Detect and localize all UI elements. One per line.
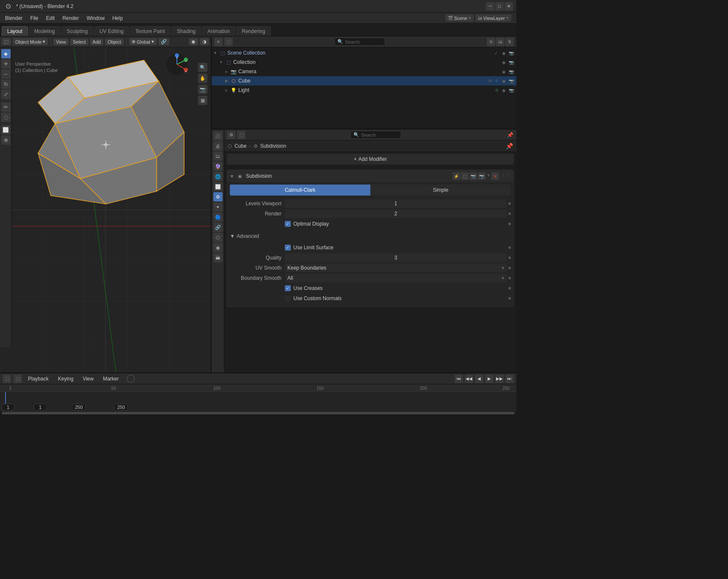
outliner-item-collection[interactable]: ▼ ⬚ Collection ◉ 📷 bbox=[212, 58, 516, 67]
mode-selector[interactable]: Object Mode ▾ bbox=[13, 38, 48, 45]
object-props-icon[interactable]: ⬜ bbox=[213, 182, 223, 191]
outliner-filter-more[interactable]: ↯ bbox=[505, 38, 514, 46]
modifier-realtime-btn[interactable]: ⬚ bbox=[461, 172, 469, 180]
step-back-button[interactable]: ◀ bbox=[475, 375, 483, 383]
use-creases-checkbox[interactable]: ✓ bbox=[285, 285, 291, 291]
jump-start-button[interactable]: ⏮ bbox=[455, 375, 463, 383]
simple-btn[interactable]: Simple bbox=[370, 185, 511, 196]
modifier-header[interactable]: ▼ ◉ Subdivision ⚡ ⬚ 📷 📷 ▾ ✕ bbox=[227, 170, 513, 182]
col-visibility-icon[interactable]: ◉ bbox=[500, 59, 507, 66]
play-button[interactable]: ▶ bbox=[485, 375, 494, 383]
particles-props-icon[interactable]: ✦ bbox=[213, 202, 223, 212]
current-frame-box[interactable]: 1 bbox=[2, 404, 14, 411]
viewport-visibility-icon[interactable]: ◉ bbox=[500, 50, 507, 56]
step-forward-button[interactable]: ▶▶ bbox=[495, 375, 504, 383]
object-menu[interactable]: Object bbox=[105, 39, 124, 45]
menu-render[interactable]: Render bbox=[59, 14, 82, 22]
extrude-button[interactable]: ⊕ bbox=[1, 135, 11, 145]
viewport-editor-type-btn[interactable]: ⬚ bbox=[2, 38, 11, 45]
measure-tool-button[interactable]: ◌ bbox=[1, 113, 11, 122]
maximize-button[interactable]: □ bbox=[495, 2, 504, 11]
modifier-pin-btn[interactable]: 📷 bbox=[478, 172, 485, 180]
output-props-icon[interactable]: 🖨 bbox=[213, 141, 223, 151]
data-props-icon[interactable]: ⬡ bbox=[213, 233, 223, 242]
render-field[interactable]: 2 bbox=[285, 210, 507, 218]
properties-search-bar[interactable]: 🔍 Search bbox=[350, 131, 401, 139]
zoom-in-button[interactable]: 🔍 bbox=[198, 63, 207, 72]
visibility-icon[interactable]: ✓ bbox=[493, 50, 499, 56]
outliner-search-bar[interactable]: 🔍 Search bbox=[334, 38, 385, 46]
menu-window[interactable]: Window bbox=[83, 14, 108, 22]
quad-view-button[interactable]: ▦ bbox=[198, 96, 207, 105]
outliner-filter-btn[interactable]: ⬚ bbox=[224, 38, 233, 46]
light-render-icon[interactable]: 📷 bbox=[508, 87, 515, 94]
outliner-item-light[interactable]: ▶ 💡 Light ⊙ ◉ 📷 bbox=[212, 85, 516, 95]
close-button[interactable]: ✕ bbox=[505, 2, 513, 11]
timeline-view-type[interactable]: ⬚ bbox=[14, 375, 22, 383]
view-menu[interactable]: View bbox=[79, 375, 97, 383]
snap-button[interactable]: 🔗 bbox=[158, 38, 169, 45]
pin-button[interactable]: 📌 bbox=[506, 131, 514, 139]
uv-smooth-dropdown[interactable]: Keep Boundaries ▾ bbox=[285, 264, 507, 272]
select-tool-button[interactable]: ◈ bbox=[1, 49, 11, 58]
props-editor-type[interactable]: ⚙ bbox=[227, 131, 235, 139]
frame-end-box[interactable]: 250 bbox=[72, 404, 85, 411]
tab-uv-editing[interactable]: UV Editing bbox=[94, 26, 129, 36]
overlay-toggle[interactable]: ◉ bbox=[189, 38, 198, 45]
modifier-render-btn[interactable]: 📷 bbox=[469, 172, 477, 180]
cube-visibility-icon[interactable]: ◉ bbox=[500, 77, 507, 84]
light-visibility-icon[interactable]: ◉ bbox=[500, 87, 507, 94]
frame-250-box[interactable]: 250 bbox=[114, 404, 128, 411]
modifier-show-icon[interactable]: ◉ bbox=[237, 174, 243, 179]
tab-layout[interactable]: Layout bbox=[2, 26, 28, 36]
modifier-props-icon[interactable]: ⚙ bbox=[213, 192, 223, 201]
tab-rendering[interactable]: Rendering bbox=[236, 26, 270, 36]
optimal-display-checkbox[interactable]: ✓ bbox=[285, 221, 291, 227]
navigation-gizmo[interactable]: Z Y X bbox=[164, 52, 190, 77]
cube-render-icon[interactable]: 📷 bbox=[508, 77, 515, 84]
outliner-item-scene-collection[interactable]: ▼ ⬚ Scene Collection ✓ ◉ 📷 bbox=[212, 48, 516, 58]
timeline-editor-type[interactable]: ⬚ bbox=[3, 375, 11, 383]
select-menu[interactable]: Select bbox=[70, 39, 88, 45]
pin-modifier-button[interactable]: 📌 bbox=[505, 142, 513, 150]
pan-button[interactable]: ✋ bbox=[198, 74, 207, 83]
tab-modeling[interactable]: Modeling bbox=[29, 26, 61, 36]
outliner-filter-restrict[interactable]: 🗂 bbox=[496, 38, 505, 46]
scene-selector[interactable]: 🎬 Scene ▾ bbox=[445, 14, 474, 22]
world-props-icon[interactable]: 🌐 bbox=[213, 172, 223, 181]
constraints-props-icon[interactable]: 🔗 bbox=[213, 223, 223, 232]
view-menu[interactable]: View bbox=[53, 39, 69, 45]
modifier-filter-btn[interactable]: ⚡ bbox=[452, 172, 460, 180]
tab-texture-paint[interactable]: Texture Paint bbox=[130, 26, 171, 36]
menu-edit[interactable]: Edit bbox=[43, 14, 58, 22]
scale-tool-button[interactable]: ⤢ bbox=[1, 90, 11, 99]
cam-visibility-icon[interactable]: ◉ bbox=[500, 68, 507, 75]
levels-viewport-field[interactable]: 1 bbox=[285, 199, 507, 208]
outliner-item-cube[interactable]: ▶ ⬡ Cube ⚙ ⊙ ◉ 📷 bbox=[212, 76, 516, 85]
window-controls[interactable]: ─ □ ✕ bbox=[486, 2, 513, 11]
outliner-editor-type[interactable]: ≡ bbox=[214, 38, 223, 46]
use-limit-surface-checkbox[interactable]: ✓ bbox=[285, 245, 291, 251]
render-props-icon[interactable]: 🎥 bbox=[213, 131, 223, 141]
texture-props-icon[interactable]: 🏔 bbox=[213, 253, 223, 262]
rotate-tool-button[interactable]: ↻ bbox=[1, 80, 11, 89]
timeline-scrollbar[interactable] bbox=[0, 411, 516, 415]
cam-render-icon[interactable]: 📷 bbox=[508, 68, 515, 75]
render-visibility-icon[interactable]: 📷 bbox=[508, 50, 515, 56]
modifier-close-btn[interactable]: ✕ bbox=[491, 172, 499, 180]
playback-menu[interactable]: Playback bbox=[25, 375, 52, 383]
menu-file[interactable]: File bbox=[27, 14, 41, 22]
physics-props-icon[interactable]: 🔵 bbox=[213, 212, 223, 222]
col-render-icon[interactable]: 📷 bbox=[508, 59, 515, 66]
outliner-item-camera[interactable]: ▶ 📷 Camera ◉ 📷 bbox=[212, 67, 516, 76]
viewlayer-selector[interactable]: 🗂 ViewLayer ▾ bbox=[475, 14, 511, 22]
timeline-body[interactable]: 1 50 100 150 200 250 1 1 250 250 bbox=[0, 384, 516, 415]
jump-end-button[interactable]: ⏭ bbox=[505, 375, 514, 383]
tab-shading[interactable]: Shading bbox=[171, 26, 201, 36]
transform-global[interactable]: ⊕Global▾ bbox=[129, 38, 157, 45]
tab-animation[interactable]: Animation bbox=[202, 26, 235, 36]
add-menu[interactable]: Add bbox=[90, 39, 104, 45]
timeline-scrollbar-thumb[interactable] bbox=[2, 412, 515, 414]
marker-menu[interactable]: Marker bbox=[99, 375, 122, 383]
menu-help[interactable]: Help bbox=[109, 14, 126, 22]
